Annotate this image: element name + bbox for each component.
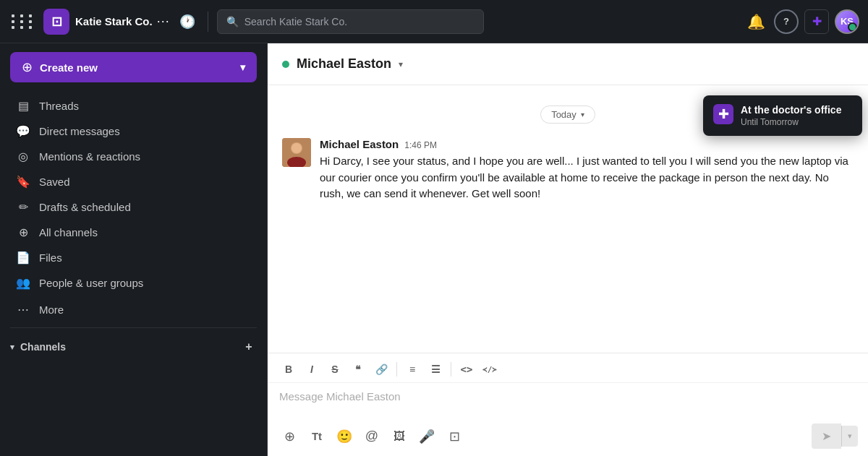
- help-icon: ?: [783, 16, 789, 27]
- sidebar-more-button[interactable]: ⋯ More: [4, 298, 263, 322]
- avatar-image: KS: [836, 11, 858, 33]
- history-button[interactable]: 🕐: [176, 10, 199, 33]
- image-button[interactable]: 🖼: [388, 425, 411, 448]
- sidebar-item-mentions[interactable]: ◎ Mentions & reactions: [4, 145, 263, 168]
- message-row: Michael Easton 1:46 PM Hi Darcy, I see y…: [282, 138, 854, 202]
- send-dropdown-button[interactable]: ▾: [841, 426, 858, 447]
- quote-button[interactable]: ❝: [347, 359, 369, 379]
- link-button[interactable]: 🔗: [370, 359, 392, 379]
- italic-button[interactable]: I: [301, 359, 323, 379]
- avatar-image: [282, 138, 311, 167]
- channels-section[interactable]: ▾ Channels +: [0, 334, 267, 360]
- composer: B I S ❝ 🔗 ≡ ☰ <> ≺/≻ Message Michael Eas…: [268, 353, 868, 456]
- status-plus-icon: ✚: [718, 106, 729, 122]
- sidebar-nav: ▤ Threads 💬 Direct messages ◎ Mentions &…: [0, 91, 267, 298]
- plus-icon: ✚: [812, 14, 822, 28]
- workspace-name-button[interactable]: Katie Stark Co. ···: [75, 14, 170, 29]
- saved-icon: 🔖: [16, 175, 30, 189]
- sidebar-more-label: More: [39, 304, 64, 316]
- logo-icon: ⊡: [51, 14, 62, 30]
- chat-header: Michael Easton ▾: [268, 43, 868, 85]
- sidebar-threads-label: Threads: [39, 100, 79, 112]
- all-channels-icon: ⊕: [16, 225, 30, 239]
- files-icon: 📄: [16, 251, 30, 264]
- topbar: ⊡ Katie Stark Co. ··· 🕐 🔍 Search Katie S…: [0, 0, 868, 43]
- composer-toolbar: B I S ❝ 🔗 ≡ ☰ <> ≺/≻: [268, 353, 868, 383]
- attach-button[interactable]: ⊕: [278, 425, 301, 448]
- code-button[interactable]: <>: [456, 359, 477, 379]
- user-avatar[interactable]: KS: [835, 9, 859, 34]
- message-author-name: Michael Easton: [320, 138, 399, 150]
- search-icon: 🔍: [226, 16, 239, 27]
- sidebar-saved-label: Saved: [39, 176, 70, 188]
- date-pill-label: Today: [551, 109, 576, 120]
- status-tooltip-content: At the doctor's office Until Tomorrow: [741, 104, 841, 127]
- send-message-button[interactable]: ➤: [812, 423, 841, 449]
- sidebar-files-label: Files: [39, 251, 62, 264]
- send-button-group: ➤ ▾: [812, 423, 858, 449]
- search-bar[interactable]: 🔍 Search Katie Stark Co.: [217, 9, 484, 34]
- more-dots-icon: ⋯: [16, 303, 30, 317]
- toolbar-divider-1: [396, 362, 397, 377]
- composer-placeholder: Message Michael Easton: [279, 390, 401, 403]
- sidebar-drafts-label: Drafts & scheduled: [39, 201, 131, 213]
- add-channel-button[interactable]: +: [241, 339, 257, 355]
- sidebar-item-direct-messages[interactable]: 💬 Direct messages: [4, 119, 263, 143]
- sidebar-item-threads[interactable]: ▤ Threads: [4, 94, 263, 118]
- workspace-logo[interactable]: ⊡: [43, 9, 69, 35]
- sidebar-people-label: People & user groups: [39, 277, 143, 289]
- notifications-button[interactable]: 🔔: [744, 9, 768, 34]
- sidebar-channels-label: All channels: [39, 226, 98, 238]
- status-tooltip-icon: ✚: [713, 104, 733, 124]
- more-actions-button[interactable]: ⊡: [443, 425, 466, 448]
- strikethrough-button[interactable]: S: [324, 359, 346, 379]
- threads-icon: ▤: [16, 99, 30, 113]
- create-new-label: Create new: [40, 61, 98, 74]
- sidebar: ⊕ Create new ▾ ▤ Threads 💬 Direct messag…: [0, 43, 268, 456]
- chat-area: ✚ At the doctor's office Until Tomorrow …: [268, 43, 868, 456]
- search-placeholder: Search Katie Stark Co.: [244, 16, 347, 27]
- mentions-icon: ◎: [16, 150, 30, 163]
- message-header: Michael Easton 1:46 PM: [320, 138, 854, 150]
- toolbar-divider-2: [451, 362, 451, 377]
- status-tooltip: ✚ At the doctor's office Until Tomorrow: [703, 95, 862, 136]
- topbar-divider: [208, 12, 208, 32]
- sidebar-item-saved[interactable]: 🔖 Saved: [4, 170, 263, 194]
- online-status-indicator: [282, 61, 289, 68]
- message-content: Michael Easton 1:46 PM Hi Darcy, I see y…: [320, 138, 854, 202]
- create-new-plus-icon: ⊕: [22, 59, 33, 75]
- unordered-list-button[interactable]: ☰: [425, 359, 446, 379]
- sidebar-mentions-label: Mentions & reactions: [39, 150, 140, 163]
- code-block-button[interactable]: ≺/≻: [479, 359, 501, 379]
- workspace-more-icon: ···: [157, 14, 170, 29]
- audio-button[interactable]: 🎤: [415, 425, 438, 448]
- create-new-chevron-icon: ▾: [240, 61, 245, 73]
- ordered-list-button[interactable]: ≡: [401, 359, 423, 379]
- apps-grid-button[interactable]: [9, 12, 38, 32]
- composer-input-area[interactable]: Message Michael Easton: [268, 383, 868, 419]
- status-tooltip-subtitle: Until Tomorrow: [741, 117, 841, 127]
- add-status-button[interactable]: ✚: [804, 9, 829, 34]
- format-text-button[interactable]: Tt: [305, 425, 328, 448]
- avatar-svg: [282, 138, 311, 167]
- channels-section-label: Channels: [20, 341, 66, 353]
- help-button[interactable]: ?: [774, 9, 799, 34]
- sidebar-direct-messages-label: Direct messages: [39, 125, 120, 137]
- mention-button[interactable]: @: [360, 425, 383, 448]
- message-timestamp: 1:46 PM: [404, 140, 437, 150]
- date-pill-button[interactable]: Today ▾: [540, 106, 595, 124]
- bold-button[interactable]: B: [278, 359, 299, 379]
- sidebar-item-drafts[interactable]: ✏ Drafts & scheduled: [4, 195, 263, 219]
- chat-contact-name[interactable]: Michael Easton: [297, 56, 391, 72]
- create-new-button[interactable]: ⊕ Create new ▾: [10, 52, 257, 82]
- status-tooltip-title: At the doctor's office: [741, 104, 841, 116]
- sidebar-item-files[interactable]: 📄 Files: [4, 246, 263, 270]
- emoji-button[interactable]: 🙂: [333, 425, 356, 448]
- workspace-name-label: Katie Stark Co.: [75, 15, 153, 27]
- chat-header-chevron-icon[interactable]: ▾: [399, 59, 403, 69]
- sidebar-item-all-channels[interactable]: ⊕ All channels: [4, 220, 263, 244]
- message-body: Hi Darcy, I see your status, and I hope …: [320, 153, 854, 202]
- date-chevron-icon: ▾: [581, 111, 584, 119]
- sidebar-item-people[interactable]: 👥 People & user groups: [4, 271, 263, 295]
- channels-chevron-icon: ▾: [10, 343, 14, 352]
